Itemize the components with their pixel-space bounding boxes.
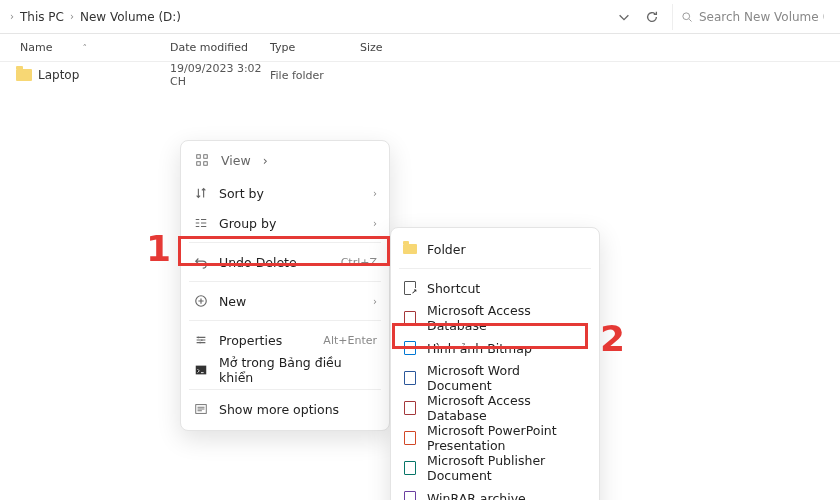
- rar-icon: [403, 491, 417, 500]
- ppt-icon: [403, 431, 417, 445]
- view-icons-row: View ›: [181, 147, 389, 178]
- new-shortcut[interactable]: Shortcut: [391, 273, 599, 303]
- chevron-right-icon: ›: [373, 296, 377, 307]
- new-microsoft-publisher-document[interactable]: Microsoft Publisher Document: [391, 453, 599, 483]
- submenu-label: Microsoft Access Database: [427, 393, 587, 423]
- menu-new[interactable]: New ›: [181, 286, 389, 316]
- separator: [189, 389, 381, 390]
- new-folder[interactable]: Folder: [391, 234, 599, 264]
- folder-icon: [403, 242, 417, 256]
- access-icon: [403, 401, 417, 415]
- menu-group[interactable]: Group by ›: [181, 208, 389, 238]
- separator: [189, 320, 381, 321]
- file-type: File folder: [270, 69, 360, 82]
- history-dropdown[interactable]: [610, 3, 638, 31]
- new-microsoft-access-database[interactable]: Microsoft Access Database: [391, 303, 599, 333]
- file-date: 19/09/2023 3:02 CH: [170, 62, 270, 88]
- shortcut: Alt+Enter: [323, 334, 377, 347]
- breadcrumb-drive[interactable]: New Volume (D:): [80, 10, 181, 24]
- chevron-right-icon: ›: [8, 11, 16, 22]
- search-placeholder: Search New Volume (D:): [699, 10, 824, 24]
- menu-view[interactable]: View: [221, 153, 251, 170]
- breadcrumb-pc[interactable]: This PC: [20, 10, 64, 24]
- submenu-label: Microsoft PowerPoint Presentation: [427, 423, 587, 453]
- submenu-label: Microsoft Access Database: [427, 303, 587, 333]
- file-name: Laptop: [38, 68, 79, 82]
- submenu-label: Folder: [427, 242, 587, 257]
- col-size[interactable]: Size: [360, 41, 420, 54]
- folder-icon: [16, 69, 32, 81]
- submenu-label: Hình ảnh Bitmap: [427, 341, 587, 356]
- link-icon: [403, 281, 417, 295]
- new-microsoft-powerpoint-presentation[interactable]: Microsoft PowerPoint Presentation: [391, 423, 599, 453]
- new-microsoft-word-document[interactable]: Microsoft Word Document: [391, 363, 599, 393]
- chevron-right-icon: ›: [373, 218, 377, 229]
- column-headers: Name˄ Date modified Type Size: [0, 34, 840, 62]
- chevron-right-icon: ›: [263, 153, 268, 170]
- access-icon: [403, 311, 417, 325]
- chevron-right-icon: ›: [373, 188, 377, 199]
- breadcrumb[interactable]: › This PC › New Volume (D:): [8, 10, 610, 24]
- separator: [189, 242, 381, 243]
- annotation-number-2: 2: [600, 318, 625, 359]
- properties-icon: [193, 333, 209, 347]
- svg-point-0: [683, 12, 690, 19]
- context-menu: View › Sort by › Group by › Undo Delete …: [180, 140, 390, 431]
- col-date[interactable]: Date modified: [170, 41, 270, 54]
- plus-circle-icon: [193, 294, 209, 308]
- sort-caret-icon: ˄: [82, 43, 87, 53]
- sort-icon: [193, 186, 209, 200]
- new-h-nh-nh-bitmap[interactable]: Hình ảnh Bitmap: [391, 333, 599, 363]
- menu-properties[interactable]: Properties Alt+Enter: [181, 325, 389, 355]
- menu-open-control-panel[interactable]: Mở trong Bảng điều khiển: [181, 355, 389, 385]
- chevron-right-icon: ›: [68, 11, 76, 22]
- new-submenu: FolderShortcutMicrosoft Access DatabaseH…: [390, 227, 600, 500]
- address-bar: › This PC › New Volume (D:) Search New V…: [0, 0, 840, 34]
- annotation-number-1: 1: [146, 228, 171, 269]
- new-microsoft-access-database[interactable]: Microsoft Access Database: [391, 393, 599, 423]
- separator: [399, 268, 591, 269]
- new-winrar-archive[interactable]: WinRAR archive: [391, 483, 599, 500]
- svg-rect-4: [204, 162, 208, 166]
- submenu-label: WinRAR archive: [427, 491, 587, 501]
- refresh-button[interactable]: [638, 3, 666, 31]
- grid-icon[interactable]: [195, 153, 209, 170]
- more-icon: [193, 402, 209, 416]
- col-name[interactable]: Name˄: [0, 41, 170, 54]
- pub-icon: [403, 461, 417, 475]
- bmp-icon: [403, 341, 417, 355]
- separator: [189, 281, 381, 282]
- submenu-label: Microsoft Publisher Document: [427, 453, 587, 483]
- svg-rect-3: [197, 162, 201, 166]
- shortcut: Ctrl+Z: [341, 256, 377, 269]
- submenu-label: Microsoft Word Document: [427, 363, 587, 393]
- menu-sort[interactable]: Sort by ›: [181, 178, 389, 208]
- search-icon: [681, 10, 693, 24]
- search-input[interactable]: Search New Volume (D:): [672, 4, 832, 30]
- undo-icon: [193, 255, 209, 269]
- word-icon: [403, 371, 417, 385]
- svg-rect-1: [197, 155, 201, 159]
- menu-undo[interactable]: Undo Delete Ctrl+Z: [181, 247, 389, 277]
- menu-more-options[interactable]: Show more options: [181, 394, 389, 424]
- submenu-label: Shortcut: [427, 281, 587, 296]
- file-row[interactable]: Laptop 19/09/2023 3:02 CH File folder: [0, 62, 840, 88]
- terminal-icon: [193, 363, 209, 377]
- col-type[interactable]: Type: [270, 41, 360, 54]
- svg-rect-2: [204, 155, 208, 159]
- group-icon: [193, 216, 209, 230]
